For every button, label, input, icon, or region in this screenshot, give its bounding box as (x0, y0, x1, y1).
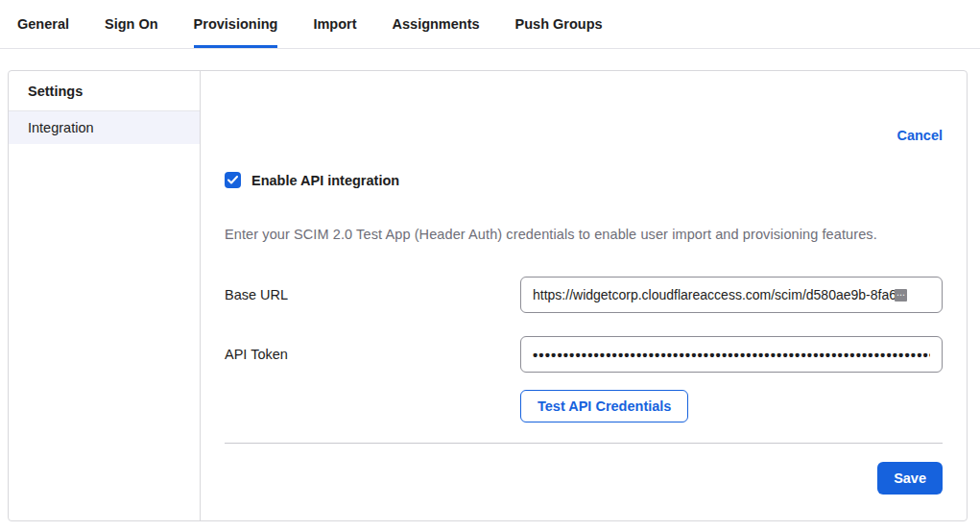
test-credentials-row: Test API Credentials (520, 390, 943, 422)
tab-provisioning[interactable]: Provisioning (194, 0, 278, 48)
api-token-masked-value: ••••••••••••••••••••••••••••••••••••••••… (533, 347, 930, 363)
form-footer-actions: Save (225, 462, 943, 495)
base-url-row: Base URL https://widgetcorp.cloudflareac… (225, 277, 943, 313)
integration-form: Cancel Enable API integration Enter your… (201, 71, 967, 520)
save-button[interactable]: Save (877, 462, 943, 495)
tab-general[interactable]: General (17, 0, 69, 48)
settings-sidebar: Settings Integration (9, 71, 201, 520)
enable-api-integration-checkbox[interactable] (225, 172, 241, 188)
sidebar-header: Settings (9, 71, 200, 111)
text-truncation-marker: ⋯ (895, 289, 907, 302)
api-token-label: API Token (225, 347, 520, 362)
footer-divider (225, 443, 943, 444)
api-token-row: API Token ••••••••••••••••••••••••••••••… (225, 336, 943, 373)
base-url-input[interactable]: https://widgetcorp.cloudflareaccess.com/… (520, 277, 943, 313)
tab-push-groups[interactable]: Push Groups (515, 0, 603, 48)
tab-import[interactable]: Import (313, 0, 356, 48)
base-url-label: Base URL (225, 287, 520, 302)
app-tab-bar: General Sign On Provisioning Import Assi… (0, 0, 980, 49)
base-url-value: https://widgetcorp.cloudflareaccess.com/… (533, 287, 896, 302)
tab-assignments[interactable]: Assignments (393, 0, 480, 48)
enable-api-integration-row: Enable API integration (225, 172, 943, 188)
cancel-button[interactable]: Cancel (896, 128, 943, 143)
tab-sign-on[interactable]: Sign On (105, 0, 158, 48)
sidebar-item-integration[interactable]: Integration (9, 111, 200, 144)
form-header-actions: Cancel (225, 127, 943, 144)
api-token-input[interactable]: ••••••••••••••••••••••••••••••••••••••••… (520, 336, 943, 373)
checkmark-icon (227, 176, 238, 184)
credentials-description: Enter your SCIM 2.0 Test App (Header Aut… (225, 227, 943, 242)
test-api-credentials-button[interactable]: Test API Credentials (520, 390, 688, 422)
enable-api-integration-label: Enable API integration (251, 173, 399, 188)
provisioning-panel: Settings Integration Cancel Enable API i… (8, 70, 968, 521)
